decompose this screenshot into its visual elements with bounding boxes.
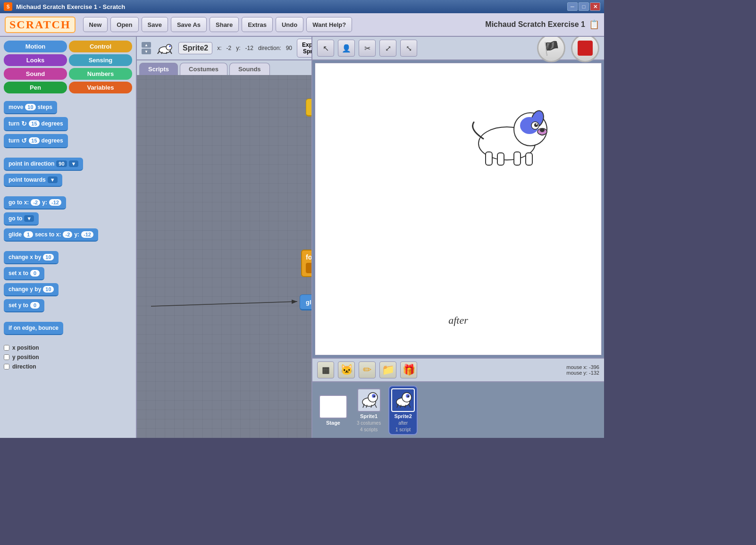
arrow-overlay bbox=[137, 75, 311, 438]
block-if-edge[interactable]: if on edge, bounce bbox=[4, 322, 63, 335]
green-flag-button[interactable]: 🏴 bbox=[537, 37, 565, 62]
share-button[interactable]: Share bbox=[210, 17, 239, 32]
block-change-y[interactable]: change y by 10 bbox=[4, 283, 59, 296]
cut-tool-button[interactable]: ✂ bbox=[359, 40, 376, 57]
block-set-y-val: 0 bbox=[30, 302, 40, 309]
checkbox-x-position-input[interactable] bbox=[4, 345, 9, 351]
block-goto-dd-val[interactable]: ▼ bbox=[24, 215, 34, 222]
scratch-logo: SCRATCH bbox=[5, 17, 76, 33]
shrink-tool-button[interactable]: ⤡ bbox=[400, 40, 417, 57]
undo-button[interactable]: Undo bbox=[276, 17, 303, 32]
new-button[interactable]: New bbox=[83, 17, 108, 32]
block-point-direction[interactable]: point in direction 90 ▼ bbox=[4, 158, 83, 171]
tab-scripts[interactable]: Scripts bbox=[139, 63, 178, 75]
cat-control-button[interactable]: Control bbox=[69, 41, 132, 52]
block-set-x[interactable]: set x to 0 bbox=[4, 267, 44, 280]
forever-label: forever bbox=[306, 253, 311, 261]
stop-button[interactable] bbox=[571, 37, 599, 62]
canvas-block-when-clicked[interactable]: when 🏳 clicked bbox=[306, 99, 311, 117]
block-move[interactable]: move 10 steps bbox=[4, 101, 57, 114]
maximize-button[interactable]: □ bbox=[579, 2, 589, 11]
block-point-dir-val[interactable]: 90 bbox=[56, 160, 67, 167]
block-move-num: 10 bbox=[25, 104, 35, 110]
checkbox-x-position[interactable]: x position bbox=[4, 344, 132, 351]
stage-controls: ↖ 👤 ✂ ⤢ ⤡ 🏴 bbox=[312, 37, 604, 60]
checkbox-direction-input[interactable] bbox=[4, 364, 9, 369]
script-canvas[interactable]: when 🏳 clicked forever glide 1 secs bbox=[137, 75, 311, 438]
svg-line-3 bbox=[158, 51, 160, 54]
mouse-y-value: -132 bbox=[589, 370, 599, 376]
block-set-y[interactable]: set y to 0 bbox=[4, 299, 44, 312]
export-sprite-button[interactable]: Export Sprite bbox=[297, 39, 311, 58]
block-set-y-label: set y to bbox=[8, 302, 28, 309]
block-set-x-val: 0 bbox=[30, 270, 40, 277]
block-goto-xy[interactable]: go to x: -2 y: -12 bbox=[4, 196, 66, 210]
new-sprite-button[interactable]: 🐱 bbox=[338, 361, 355, 378]
stage-bottom-controls: ▦ 🐱 ✏ 📁 🎁 mouse x: -396 mouse y: -132 bbox=[312, 358, 604, 381]
svg-rect-19 bbox=[497, 153, 504, 165]
save-button[interactable]: Save bbox=[142, 17, 168, 32]
tab-sounds[interactable]: Sounds bbox=[229, 63, 270, 75]
cat-looks-button[interactable]: Looks bbox=[4, 54, 67, 66]
block-glide[interactable]: glide 1 secs to x: -2 y: -12 bbox=[4, 228, 98, 242]
stage-thumbnail[interactable] bbox=[319, 395, 347, 419]
block-turn-cw-label: turn bbox=[8, 120, 19, 127]
sprite1-img bbox=[360, 391, 378, 410]
paint-sprite-button[interactable]: ✏ bbox=[359, 361, 376, 378]
tab-costumes[interactable]: Costumes bbox=[180, 63, 227, 75]
sprite1-thumbnail[interactable] bbox=[357, 388, 381, 412]
help-button[interactable]: Want Help? bbox=[306, 17, 352, 32]
block-goto-x-val: -2 bbox=[31, 199, 40, 206]
sprite-coordinates: x: -2 y: -12 direction: 90 bbox=[217, 45, 292, 51]
turn-cw-icon: ↻ bbox=[21, 120, 27, 127]
saveas-button[interactable]: Save As bbox=[171, 17, 207, 32]
tab-bar: Scripts Costumes Sounds bbox=[137, 60, 311, 75]
mouse-y-label: mouse y: bbox=[566, 370, 588, 376]
sprite1-label: Sprite1 bbox=[360, 413, 378, 419]
cat-numbers-button[interactable]: Numbers bbox=[69, 68, 132, 80]
block-point-dir-label: point in direction bbox=[8, 160, 54, 167]
sprite-y-label: y: bbox=[236, 45, 240, 51]
cat-sensing-button[interactable]: Sensing bbox=[69, 54, 132, 66]
block-turn-cw[interactable]: turn ↻ 15 degrees bbox=[4, 117, 68, 131]
nav-down-arrow[interactable]: ▼ bbox=[142, 49, 151, 54]
close-button[interactable]: ✕ bbox=[590, 2, 600, 11]
cat-motion-button[interactable]: Motion bbox=[4, 41, 67, 52]
block-turn-ccw[interactable]: turn ↺ 15 degrees bbox=[4, 134, 68, 148]
sprite-thumb-stage[interactable]: Stage bbox=[317, 393, 349, 428]
mouse-x-value: -396 bbox=[589, 364, 599, 370]
stamp-tool-button[interactable]: 👤 bbox=[338, 40, 355, 57]
checkbox-direction[interactable]: direction bbox=[4, 363, 132, 370]
open-button[interactable]: Open bbox=[110, 17, 138, 32]
cat-pen-button[interactable]: Pen bbox=[4, 82, 67, 93]
sprite-info-bar: ▲ ▼ Sprite2 bbox=[137, 37, 311, 60]
canvas-block-glide[interactable]: glide 1 secs to x: -2 y: -12 bbox=[300, 294, 311, 310]
expand-tool-button[interactable]: ⤢ bbox=[379, 40, 396, 57]
notes-icon[interactable]: 📋 bbox=[589, 19, 599, 30]
canvas-block-forever[interactable]: forever bbox=[301, 250, 311, 281]
cursor-tool-button[interactable]: ↖ bbox=[317, 40, 334, 57]
block-change-x[interactable]: change x by 10 bbox=[4, 251, 59, 264]
block-point-towards[interactable]: point towards ▼ bbox=[4, 174, 62, 187]
block-point-towards-val[interactable]: ▼ bbox=[48, 176, 58, 183]
stage-view-button[interactable]: ▦ bbox=[317, 361, 334, 378]
surprise-sprite-button[interactable]: 🎁 bbox=[400, 361, 417, 378]
minimize-button[interactable]: ─ bbox=[567, 2, 578, 11]
blocks-list: move 10 steps turn ↻ 15 degrees turn ↺ 1… bbox=[0, 97, 136, 438]
app-icon: S bbox=[4, 2, 12, 11]
sprite-thumb-sprite2[interactable]: Sprite2 after 1 script bbox=[388, 386, 418, 435]
block-point-dir-arrow[interactable]: ▼ bbox=[69, 160, 79, 167]
checkbox-y-position[interactable]: y position bbox=[4, 354, 132, 361]
block-goto-dropdown[interactable]: go to ▼ bbox=[4, 212, 39, 226]
sprite-name[interactable]: Sprite2 bbox=[178, 42, 212, 54]
sprite-thumb-sprite1[interactable]: Sprite1 3 costumes 4 scripts bbox=[355, 386, 383, 434]
sprite-dir-label: direction: bbox=[258, 45, 281, 51]
sprite2-thumbnail[interactable] bbox=[391, 388, 415, 412]
folder-sprite-button[interactable]: 📁 bbox=[379, 361, 396, 378]
cat-sound-button[interactable]: Sound bbox=[4, 68, 67, 80]
nav-up-arrow[interactable]: ▲ bbox=[142, 42, 151, 48]
cat-variables-button[interactable]: Variables bbox=[69, 82, 132, 93]
checkbox-y-position-input[interactable] bbox=[4, 354, 9, 360]
block-turn-cw-num: 15 bbox=[29, 120, 39, 127]
extras-button[interactable]: Extras bbox=[242, 17, 273, 32]
